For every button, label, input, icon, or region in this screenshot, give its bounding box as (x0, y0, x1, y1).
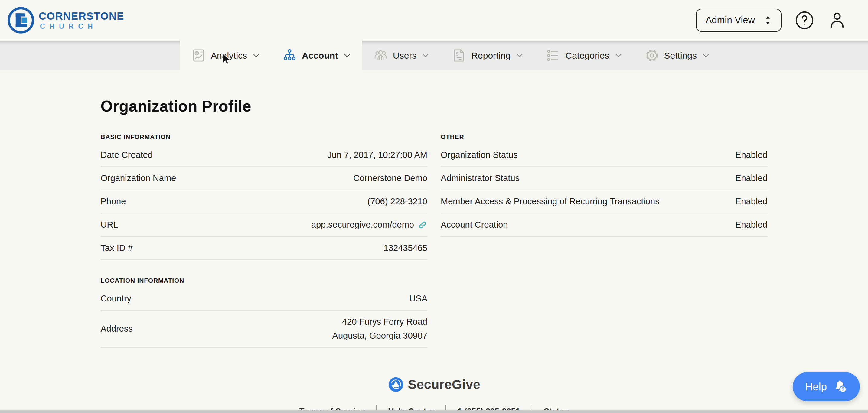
field-value: app.securegive.com/demo (311, 220, 414, 230)
chevron-down-icon (615, 54, 622, 58)
field-value: USA (409, 293, 427, 304)
field-value: Jun 7, 2017, 10:27:00 AM (327, 150, 427, 160)
section-title-other: OTHER (441, 133, 768, 140)
chevron-down-icon (253, 54, 259, 58)
field-label: Member Access & Processing of Recurring … (441, 196, 669, 206)
row-date-created: Date Created Jun 7, 2017, 10:27:00 AM (101, 144, 428, 167)
address-line-1: 420 Furys Ferry Road (342, 317, 427, 326)
status-value: Enabled (735, 173, 767, 183)
help-button-label: Help (805, 381, 827, 393)
field-label: URL (101, 220, 127, 230)
basic-information-section: BASIC INFORMATION Date Created Jun 7, 20… (101, 133, 428, 260)
org-logo-text: CORNERSTONE CHURCH (39, 10, 124, 30)
bell-question-icon: ? (832, 379, 847, 394)
cornerstone-logo-icon (7, 6, 35, 34)
users-icon (373, 49, 388, 63)
status-value: Enabled (735, 150, 767, 160)
chevron-down-icon (703, 54, 709, 58)
stepper-arrows-icon (764, 15, 772, 25)
row-address: Address 420 Furys Ferry Road Augusta, Ge… (101, 311, 428, 348)
other-section: OTHER Organization Status Enabled Admini… (441, 133, 768, 237)
nav-label-analytics: Analytics (211, 51, 247, 61)
field-label: Organization Name (101, 173, 185, 183)
chevron-down-icon (516, 54, 523, 58)
question-circle-icon (795, 10, 814, 30)
main-content: Organization Profile BASIC INFORMATION D… (101, 97, 768, 413)
field-value: Cornerstone Demo (353, 173, 427, 183)
nav-tab-reporting[interactable]: $ Reporting (440, 40, 534, 70)
chevron-down-icon (344, 54, 350, 58)
status-value: Enabled (735, 196, 767, 206)
securegive-brand[interactable]: SecureGive (388, 376, 480, 393)
field-label: Phone (101, 196, 135, 206)
org-url-link[interactable]: app.securegive.com/demo (311, 220, 427, 230)
field-label: Country (101, 293, 141, 304)
categories-icon (546, 49, 560, 63)
section-title-basic: BASIC INFORMATION (101, 133, 428, 140)
floating-help-button[interactable]: Help ? (793, 372, 860, 401)
securegive-brand-name: SecureGive (408, 377, 480, 392)
org-name-primary: CORNERSTONE (39, 10, 124, 21)
nav-label-users: Users (393, 51, 416, 61)
right-column: OTHER Organization Status Enabled Admini… (441, 133, 768, 348)
view-mode-select[interactable]: Admin View (696, 9, 781, 32)
row-tax-id: Tax ID # 132435465 (101, 237, 428, 260)
user-account-button[interactable] (828, 10, 847, 30)
row-phone: Phone (706) 228-3210 (101, 190, 428, 214)
analytics-icon (191, 49, 206, 63)
org-name-secondary: CHURCH (40, 23, 124, 30)
row-organization-name: Organization Name Cornerstone Demo (101, 167, 428, 190)
account-icon (282, 49, 297, 63)
field-label: Address (101, 324, 142, 334)
nav-label-settings: Settings (664, 51, 697, 61)
header-actions: Admin View (696, 9, 847, 32)
primary-navigation: Analytics Account Users (0, 40, 868, 70)
nav-label-categories: Categories (565, 51, 609, 61)
left-column: BASIC INFORMATION Date Created Jun 7, 20… (101, 133, 428, 348)
nav-tab-analytics[interactable]: Analytics (180, 40, 271, 70)
row-account-creation: Account Creation Enabled (441, 214, 768, 237)
row-url: URL app.securegive.com/demo (101, 214, 428, 237)
section-title-location: LOCATION INFORMATION (101, 277, 428, 284)
profile-columns: BASIC INFORMATION Date Created Jun 7, 20… (101, 133, 768, 348)
svg-text:$: $ (456, 52, 459, 57)
nav-tab-settings[interactable]: Settings (633, 40, 721, 70)
view-mode-label: Admin View (706, 15, 755, 26)
nav-tab-users[interactable]: Users (362, 40, 440, 70)
external-link-icon (418, 220, 427, 230)
field-label: Date Created (101, 150, 162, 160)
chevron-down-icon (422, 54, 429, 58)
field-label: Administrator Status (441, 173, 529, 183)
settings-gear-icon (645, 49, 659, 63)
row-country: Country USA (101, 287, 428, 311)
field-value: 420 Furys Ferry Road Augusta, Georgia 30… (332, 311, 427, 347)
nav-tab-account[interactable]: Account (271, 40, 362, 70)
field-label: Account Creation (441, 220, 517, 230)
securegive-logo-icon (388, 376, 404, 393)
top-header: CORNERSTONE CHURCH Admin View (0, 0, 868, 40)
person-icon (828, 10, 847, 30)
org-logo[interactable]: CORNERSTONE CHURCH (7, 6, 124, 34)
row-member-access: Member Access & Processing of Recurring … (441, 190, 768, 214)
field-value: (706) 228-3210 (368, 196, 427, 206)
field-label: Organization Status (441, 150, 527, 160)
admin-portal-page: { "colors": { "page_background": "#f7f7f… (0, 0, 868, 413)
nav-label-reporting: Reporting (471, 51, 510, 61)
address-line-2: Augusta, Georgia 30907 (332, 331, 427, 341)
nav-label-account: Account (302, 51, 338, 61)
nav-tab-categories[interactable]: Categories (534, 40, 633, 70)
window-bottom-edge (0, 410, 868, 413)
reporting-icon: $ (452, 49, 466, 63)
row-administrator-status: Administrator Status Enabled (441, 167, 768, 190)
svg-text:?: ? (841, 387, 844, 392)
status-value: Enabled (735, 220, 767, 230)
row-organization-status: Organization Status Enabled (441, 144, 768, 167)
field-value: 132435465 (383, 243, 427, 253)
page-footer: SecureGive Terms of Service Help Center … (101, 376, 768, 413)
help-icon-button[interactable] (795, 10, 814, 30)
page-title: Organization Profile (101, 97, 768, 115)
location-information-section: LOCATION INFORMATION Country USA Address… (101, 277, 428, 348)
field-label: Tax ID # (101, 243, 142, 253)
